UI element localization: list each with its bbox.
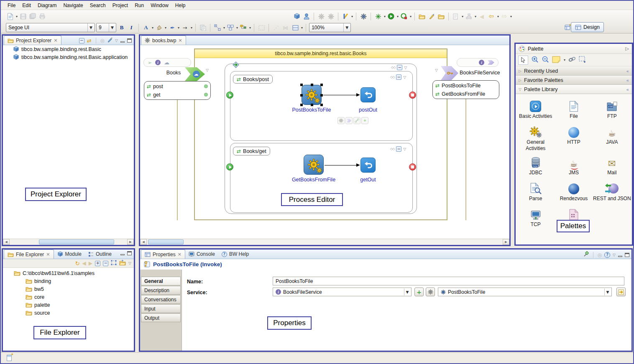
view-menu-icon[interactable]: ▽ bbox=[115, 38, 118, 43]
view-menu-icon[interactable]: ▽ bbox=[613, 253, 616, 257]
save-icon[interactable] bbox=[19, 12, 27, 20]
close-icon[interactable]: × bbox=[54, 38, 57, 43]
side-tab-input[interactable]: Input bbox=[141, 304, 181, 313]
palette-item-rendezvous[interactable]: Rendezvous bbox=[555, 179, 593, 204]
palette-item-parse[interactable]: Parse bbox=[516, 179, 555, 204]
service-chevron-icon[interactable]: ▽ bbox=[206, 68, 209, 72]
info-icon[interactable]: i bbox=[479, 60, 484, 65]
palette-item-http[interactable]: HTTP bbox=[555, 123, 593, 152]
select-tool-icon[interactable] bbox=[518, 56, 528, 65]
partner-arrow-icon[interactable] bbox=[488, 60, 494, 65]
line-color-icon[interactable]: ✒ bbox=[168, 23, 176, 32]
link-icons[interactable]: ◇◇ bbox=[390, 75, 394, 79]
back-icon[interactable]: ⇦ bbox=[487, 12, 496, 20]
collapse-scope-icon[interactable]: − bbox=[396, 74, 401, 80]
connection-style-dropdown-icon[interactable]: ▾ bbox=[191, 26, 192, 30]
scroll-right-icon[interactable]: ▶ bbox=[503, 239, 509, 245]
link-icons[interactable]: ◇◇ bbox=[390, 147, 394, 151]
run-dropdown-icon[interactable]: ▾ bbox=[397, 15, 399, 18]
new-file-icon[interactable] bbox=[6, 12, 14, 20]
minimize-icon[interactable] bbox=[120, 254, 125, 255]
link-start-icon[interactable] bbox=[232, 61, 240, 70]
transition-arrow[interactable] bbox=[325, 165, 359, 165]
settings-gear-icon[interactable] bbox=[327, 12, 335, 20]
open-folder-icon[interactable] bbox=[418, 12, 426, 20]
link-tool-icon[interactable] bbox=[568, 56, 576, 64]
focus-icon[interactable] bbox=[107, 37, 112, 44]
tree-item-binding[interactable]: binding bbox=[3, 277, 134, 285]
collapse-flow-icon[interactable]: − bbox=[397, 65, 402, 70]
menu-window[interactable]: Window bbox=[147, 2, 172, 9]
project-explorer-hscrollbar[interactable]: ◀ ▶ bbox=[3, 239, 134, 245]
align-icon[interactable] bbox=[226, 23, 235, 32]
configure-service-button[interactable] bbox=[426, 288, 435, 296]
copy-appearance-icon[interactable] bbox=[199, 23, 207, 32]
scroll-right-icon[interactable]: ▶ bbox=[127, 239, 134, 245]
last-edit-dropdown-icon[interactable]: ▾ bbox=[462, 15, 463, 18]
junction-remove-icon[interactable]: ⋈ bbox=[281, 23, 290, 32]
fill-color-icon[interactable] bbox=[155, 23, 163, 32]
tree-item-bw5[interactable]: bw5 bbox=[3, 285, 134, 293]
hierarchy-dropdown-icon[interactable]: ▾ bbox=[475, 15, 476, 18]
collapse-scope-icon[interactable]: − bbox=[396, 146, 401, 152]
fast-view-icon[interactable] bbox=[7, 355, 12, 361]
palette-item-general-activities[interactable]: General Activities bbox=[516, 123, 555, 152]
line-color-dropdown-icon[interactable]: ▾ bbox=[178, 26, 179, 30]
connection-style-icon[interactable]: → bbox=[181, 23, 189, 32]
tree-item-core[interactable]: core bbox=[3, 293, 134, 301]
palette-item-rest-json[interactable]: REST and JSON bbox=[593, 179, 631, 204]
font-color-dropdown-icon[interactable]: ▾ bbox=[152, 26, 153, 30]
scope-menu-icon[interactable]: ▽ bbox=[403, 147, 406, 151]
menu-edit[interactable]: Edit bbox=[19, 2, 34, 9]
palette-collapse-icon[interactable]: ▷ bbox=[626, 46, 629, 51]
dropdown-icon[interactable]: ▼ bbox=[404, 288, 410, 295]
tab-bw-help[interactable]: ? BW Help bbox=[218, 249, 252, 259]
scroll-left-icon[interactable]: ◀ bbox=[3, 239, 10, 245]
ruler-icon[interactable] bbox=[341, 12, 350, 20]
tab-console[interactable]: Console bbox=[185, 249, 218, 259]
select-nodes-dropdown-icon[interactable]: ▾ bbox=[223, 26, 225, 30]
scope2-start-icon[interactable] bbox=[226, 163, 233, 171]
pin-section-icon[interactable]: « bbox=[626, 69, 629, 74]
gear-button-icon[interactable] bbox=[337, 117, 345, 124]
palette-item-java[interactable]: ☕ JAVA bbox=[593, 123, 631, 152]
link-icons[interactable]: ◇◇ bbox=[391, 66, 395, 69]
tree-item-root[interactable]: C:\tibco\bw611\bw\6.1\samples bbox=[3, 269, 134, 277]
tab-module[interactable]: Module bbox=[54, 249, 85, 259]
back-icon[interactable]: ◀ bbox=[82, 260, 86, 266]
font-family-select[interactable]: Segoe UI▼ bbox=[6, 23, 95, 32]
create-link-icon[interactable] bbox=[353, 117, 360, 124]
closed-folder-icon[interactable] bbox=[437, 12, 445, 20]
external-tools-gear-icon[interactable] bbox=[317, 12, 325, 20]
palette-item-basic-activities[interactable]: Basic Activities bbox=[516, 97, 555, 121]
activity-getbooksfromfile[interactable] bbox=[304, 155, 324, 175]
expand-all-icon[interactable]: + bbox=[95, 261, 100, 266]
operation-select[interactable]: PostBooksToFile ▼ bbox=[438, 288, 612, 296]
operation-getbooksfromfile[interactable]: ⇄ GetBooksFromFile bbox=[435, 90, 496, 98]
menu-project[interactable]: Project bbox=[109, 2, 131, 9]
palette-section-library[interactable]: ▽ Palette Library « bbox=[516, 85, 632, 94]
zoom-dropdown-icon[interactable]: ▼ bbox=[343, 23, 348, 32]
partner-arrow-icon[interactable] bbox=[345, 117, 353, 124]
font-family-dropdown-icon[interactable]: ▼ bbox=[87, 23, 92, 32]
palette-item-ftp[interactable]: FTP FTP bbox=[593, 97, 631, 121]
view-menu-icon[interactable]: ▽ bbox=[128, 261, 131, 265]
scroll-thumb[interactable] bbox=[39, 239, 114, 244]
side-tab-general[interactable]: General bbox=[141, 277, 181, 285]
palette-item-file[interactable]: File bbox=[555, 97, 593, 121]
operation-get[interactable]: ⇄ get bbox=[147, 91, 208, 99]
tab-project-explorer[interactable]: Project Explorer × bbox=[4, 36, 61, 45]
tab-properties[interactable]: Properties × bbox=[141, 249, 185, 259]
editor-hscrollbar[interactable]: ◀ ▶ bbox=[140, 239, 509, 245]
menu-navigate[interactable]: Navigate bbox=[60, 2, 86, 9]
reply-getout[interactable] bbox=[360, 158, 376, 173]
font-size-dropdown-icon[interactable]: ▼ bbox=[109, 23, 114, 32]
ruler-dropdown-icon[interactable]: ▾ bbox=[351, 15, 353, 18]
maximize-icon[interactable] bbox=[127, 38, 132, 43]
run-icon[interactable] bbox=[387, 12, 395, 20]
zoom-out-icon[interactable] bbox=[542, 56, 549, 64]
last-edit-icon[interactable] bbox=[452, 12, 460, 20]
user-module-icon[interactable] bbox=[302, 12, 311, 20]
maximize-icon[interactable] bbox=[127, 251, 132, 255]
dropdown-icon[interactable]: ▼ bbox=[604, 288, 611, 295]
